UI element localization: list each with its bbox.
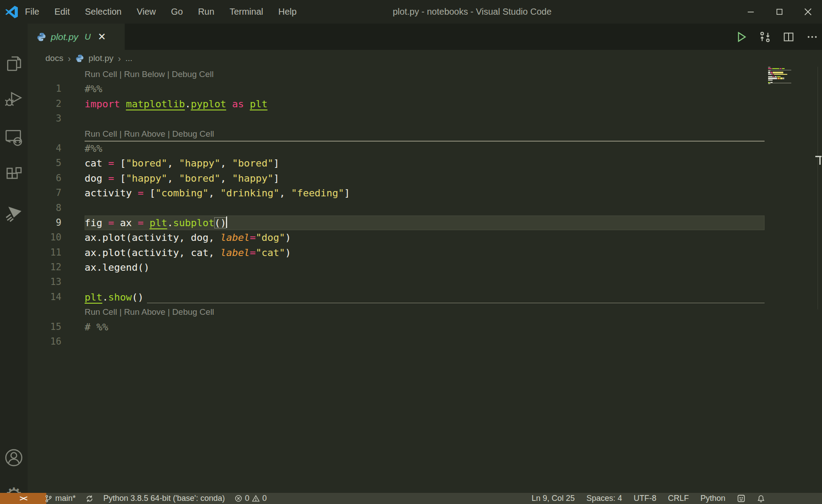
menu-run[interactable]: Run <box>198 7 215 17</box>
status-python-interpreter[interactable]: Python 3.8.5 64-bit ('base': conda) <box>103 494 225 503</box>
status-eol[interactable]: CRLF <box>668 494 689 503</box>
breadcrumb-item-2[interactable]: ... <box>125 53 132 63</box>
code-line-3[interactable]: 3 <box>28 111 822 126</box>
vscode-window: FileEditSelectionViewGoRunTerminalHelp p… <box>0 0 822 504</box>
code-line-10[interactable]: 10ax.plot(activity, dog, label="dog") <box>28 230 822 245</box>
maximize-icon[interactable] <box>765 0 794 24</box>
menu-selection[interactable]: Selection <box>85 7 122 17</box>
code-line-5[interactable]: 5cat = ["bored", "happy", "bored"] <box>28 156 822 171</box>
line-number: 4 <box>28 141 61 156</box>
codelens-link-debug-cell[interactable]: Debug Cell <box>172 69 214 79</box>
explorer-icon[interactable] <box>0 54 28 73</box>
minimize-icon[interactable] <box>737 0 765 24</box>
code-line-15[interactable]: 15# %% <box>28 320 822 334</box>
code-line-6[interactable]: 6dog = ["happy", "bored", "happy"] <box>28 171 822 186</box>
tab-plot-py[interactable]: plot.py U ✕ <box>28 24 125 50</box>
code-text: ax.plot(activity, dog, label="dog") <box>85 230 291 245</box>
status-bar: >< main*Python 3.8.5 64-bit ('base': con… <box>0 493 822 504</box>
codelens-link-run-cell[interactable]: Run Cell <box>85 69 117 79</box>
code-line-7[interactable]: 7activity = ["combing", "drinking", "fee… <box>28 186 822 200</box>
status-git-branch[interactable]: main* <box>45 494 76 503</box>
account-icon[interactable] <box>0 447 28 468</box>
status-sync[interactable] <box>85 495 94 503</box>
code-line-13[interactable]: 13 <box>28 275 822 289</box>
code-editor[interactable]: Run Cell | Run Below | Debug Cell1#%%2im… <box>28 67 822 493</box>
remote-explorer-icon[interactable] <box>0 128 28 146</box>
window-title: plot.py - notebooks - Visual Studio Code <box>393 0 552 24</box>
close-icon[interactable] <box>794 0 822 24</box>
run-python-file-icon[interactable] <box>736 31 747 43</box>
activity-bar: ⚙ <box>0 24 28 493</box>
codelens-link-debug-cell[interactable]: Debug Cell <box>172 307 214 317</box>
codelens-link-run-cell[interactable]: Run Cell <box>85 129 117 138</box>
code-text: #%% <box>85 81 102 96</box>
status-python-interpreter-text: Python 3.8.5 64-bit ('base': conda) <box>103 494 225 503</box>
python-file-icon <box>37 32 46 42</box>
code-line-2[interactable]: 2import matplotlib.pyplot as plt <box>28 97 822 111</box>
tab-close-icon[interactable]: ✕ <box>98 32 106 42</box>
scrollbar-track[interactable] <box>818 67 818 309</box>
status-indentation[interactable]: Spaces: 4 <box>586 494 622 503</box>
menu-go[interactable]: Go <box>171 7 183 17</box>
codelens-link-run-below[interactable]: Run Below <box>124 69 165 79</box>
more-actions-icon[interactable] <box>806 31 818 43</box>
code-line-16[interactable]: 16 <box>28 334 822 349</box>
title-bar: FileEditSelectionViewGoRunTerminalHelp p… <box>0 0 822 24</box>
code-line-8[interactable]: 8 <box>28 201 822 215</box>
bell-icon <box>757 495 765 503</box>
vscode-logo-icon <box>4 5 19 19</box>
status-language-mode[interactable]: Python <box>700 494 725 503</box>
status-problems-text: 0 <box>245 494 249 503</box>
line-number: 2 <box>28 97 61 111</box>
split-editor-icon[interactable] <box>783 31 794 43</box>
code-text: cat = ["bored", "happy", "bored"] <box>85 156 279 171</box>
breadcrumb-separator: › <box>118 53 121 64</box>
codelens-link-run-above[interactable]: Run Above <box>124 129 165 138</box>
breadcrumb-item-0[interactable]: docs <box>45 53 63 63</box>
line-number: 15 <box>28 320 61 334</box>
tab-file-name: plot.py <box>51 32 78 42</box>
menu-view[interactable]: View <box>137 7 156 17</box>
breadcrumb: docs› plot.py›... <box>28 50 822 67</box>
codelens-link-debug-cell[interactable]: Debug Cell <box>172 129 214 138</box>
run-and-debug-icon[interactable] <box>0 89 28 108</box>
line-number: 14 <box>28 290 61 305</box>
minimap-line <box>768 84 789 85</box>
minimap[interactable] <box>768 67 789 85</box>
extensions-icon[interactable] <box>0 166 28 184</box>
menu-file[interactable]: File <box>25 7 39 17</box>
status-eol-text: CRLF <box>668 494 689 503</box>
codelens-link-run-cell[interactable]: Run Cell <box>85 307 117 317</box>
code-line-4[interactable]: 4#%% <box>28 141 822 156</box>
remote-indicator[interactable]: >< <box>0 493 46 504</box>
code-text: activity = ["combing", "drinking", "feed… <box>85 186 350 200</box>
breadcrumb-item-1[interactable]: plot.py <box>89 53 114 63</box>
line-number: 3 <box>28 111 61 126</box>
status-encoding[interactable]: UTF-8 <box>634 494 656 503</box>
send-icon[interactable] <box>0 203 28 223</box>
status-notifications[interactable] <box>757 495 765 503</box>
cell-separator <box>147 303 765 304</box>
status-problems[interactable]: 00 <box>235 494 267 503</box>
menu-terminal[interactable]: Terminal <box>229 7 263 17</box>
code-line-14[interactable]: 14plt.show() <box>28 290 822 305</box>
menu-edit[interactable]: Edit <box>54 7 69 17</box>
code-line-9[interactable]: 9fig = ax = plt.subplot() <box>28 215 822 230</box>
status-cursor-position[interactable]: Ln 9, Col 25 <box>532 494 575 503</box>
code-line-12[interactable]: 12ax.legend() <box>28 260 822 275</box>
code-line-1[interactable]: 1#%% <box>28 81 822 96</box>
codelens-link-run-above[interactable]: Run Above <box>124 307 165 317</box>
feedback-icon <box>737 494 745 503</box>
line-number: 6 <box>28 171 61 186</box>
open-changes-icon[interactable] <box>759 31 771 43</box>
code-line-11[interactable]: 11ax.plot(activity, cat, label="cat") <box>28 245 822 260</box>
line-number: 10 <box>28 230 61 245</box>
code-text: import matplotlib.pyplot as plt <box>85 97 268 111</box>
code-text: fig = ax = plt.subplot() <box>85 215 227 230</box>
codelens-separator: | <box>117 69 124 79</box>
branch-icon <box>45 495 53 503</box>
codelens-row: Run Cell | Run Above | Debug Cell <box>28 305 822 319</box>
menu-help[interactable]: Help <box>278 7 297 17</box>
sync-icon <box>85 495 94 503</box>
status-feedback[interactable] <box>737 494 745 503</box>
